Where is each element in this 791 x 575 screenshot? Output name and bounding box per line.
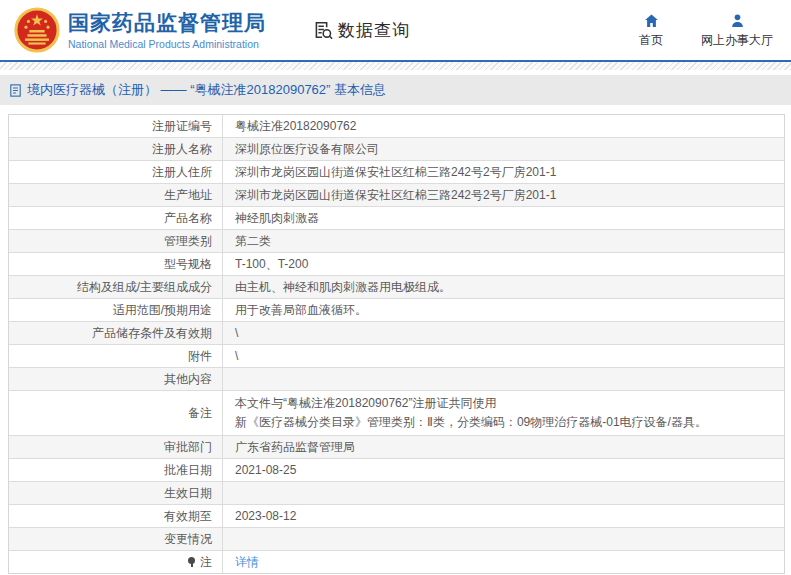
row-label: 批准日期 xyxy=(9,459,223,481)
row-value: 深圳原位医疗设备有限公司 xyxy=(223,138,784,160)
table-row: 注册人住所深圳市龙岗区园山街道保安社区红棉三路242号2号厂房201-1 xyxy=(9,160,784,183)
table-row: 生效日期 xyxy=(9,481,784,504)
row-label: 生产地址 xyxy=(9,184,223,206)
row-value: 粤械注准20182090762 xyxy=(223,115,784,137)
row-value: \ xyxy=(223,345,784,367)
row-value: 2021-08-25 xyxy=(223,459,784,481)
row-label: 注册人住所 xyxy=(9,161,223,183)
page-title: 境内医疗器械（注册） —— “粤械注准20182090762” 基本信息 xyxy=(27,81,386,99)
table-row: 变更情况 xyxy=(9,527,784,550)
table-row: 注册证编号粤械注准20182090762 xyxy=(9,115,784,137)
table-row: 型号规格T-100、T-200 xyxy=(9,252,784,275)
table-row: 产品储存条件及有效期\ xyxy=(9,321,784,344)
page-title-bar: 境内医疗器械（注册） —— “粤械注准20182090762” 基本信息 xyxy=(0,75,791,105)
row-label: 附件 xyxy=(9,345,223,367)
site-header: 国家药品监督管理局 National Medical Products Admi… xyxy=(0,0,791,60)
row-label: 注 xyxy=(9,551,223,573)
site-title-cn: 国家药品监督管理局 xyxy=(68,11,266,35)
row-value: 神经肌肉刺激器 xyxy=(223,207,784,229)
row-label: 适用范围/预期用途 xyxy=(9,299,223,321)
row-value: 第二类 xyxy=(223,230,784,252)
row-label: 管理类别 xyxy=(9,230,223,252)
table-row: 产品名称神经肌肉刺激器 xyxy=(9,206,784,229)
site-title-en: National Medical Products Administration xyxy=(68,38,266,50)
site-logo[interactable]: 国家药品监督管理局 National Medical Products Admi… xyxy=(14,7,266,53)
row-label: 结构及组成/主要组成成分 xyxy=(9,276,223,298)
row-value xyxy=(223,368,784,390)
row-label: 变更情况 xyxy=(9,528,223,550)
info-table: 注册证编号粤械注准20182090762注册人名称深圳原位医疗设备有限公司注册人… xyxy=(8,114,785,574)
row-value xyxy=(223,482,784,504)
row-value: 本文件与“粤械注准20182090762”注册证共同使用新《医疗器械分类目录》管… xyxy=(223,391,784,435)
table-row: 备注本文件与“粤械注准20182090762”注册证共同使用新《医疗器械分类目录… xyxy=(9,390,784,435)
row-value: 2023-08-12 xyxy=(223,505,784,527)
table-row: 审批部门广东省药品监督管理局 xyxy=(9,435,784,458)
person-icon xyxy=(729,12,746,29)
row-value: 深圳市龙岗区园山街道保安社区红棉三路242号2号厂房201-1 xyxy=(223,161,784,183)
row-label: 产品储存条件及有效期 xyxy=(9,322,223,344)
table-row: 批准日期2021-08-25 xyxy=(9,458,784,481)
nav-home-label: 首页 xyxy=(639,32,663,49)
logo-text: 国家药品监督管理局 National Medical Products Admi… xyxy=(68,11,266,50)
row-value: 广东省药品监督管理局 xyxy=(223,436,784,458)
data-query-icon xyxy=(312,19,334,41)
row-label: 其他内容 xyxy=(9,368,223,390)
row-value: \ xyxy=(223,322,784,344)
table-row: 注册人名称深圳原位医疗设备有限公司 xyxy=(9,137,784,160)
row-value xyxy=(223,528,784,550)
row-label: 备注 xyxy=(9,391,223,435)
table-row: 注详情 xyxy=(9,550,784,573)
row-value: 用于改善局部血液循环。 xyxy=(223,299,784,321)
hatch-strip xyxy=(0,62,791,70)
row-value: 深圳市龙岗区园山街道保安社区红棉三路242号2号厂房201-1 xyxy=(223,184,784,206)
national-emblem-icon xyxy=(14,7,60,53)
details-link[interactable]: 详情 xyxy=(235,554,772,570)
nav-online-hall[interactable]: 网上办事大厅 xyxy=(701,12,773,49)
table-row: 管理类别第二类 xyxy=(9,229,784,252)
row-label: 生效日期 xyxy=(9,482,223,504)
table-row: 结构及组成/主要组成成分由主机、神经和肌肉刺激器用电极组成。 xyxy=(9,275,784,298)
table-row: 适用范围/预期用途用于改善局部血液循环。 xyxy=(9,298,784,321)
table-row: 生产地址深圳市龙岗区园山街道保安社区红棉三路242号2号厂房201-1 xyxy=(9,183,784,206)
data-query-label: 数据查询 xyxy=(338,19,410,42)
row-label: 有效期至 xyxy=(9,505,223,527)
nav-online-hall-label: 网上办事大厅 xyxy=(701,32,773,49)
table-row: 附件\ xyxy=(9,344,784,367)
table-row: 有效期至2023-08-12 xyxy=(9,504,784,527)
row-value: 由主机、神经和肌肉刺激器用电极组成。 xyxy=(223,276,784,298)
data-query-section[interactable]: 数据查询 xyxy=(312,19,410,42)
row-label: 产品名称 xyxy=(9,207,223,229)
row-label: 注册人名称 xyxy=(9,138,223,160)
pin-icon xyxy=(188,557,196,568)
top-nav: 首页 网上办事大厅 xyxy=(639,12,773,49)
home-icon xyxy=(643,12,660,29)
row-value: 详情 xyxy=(223,551,784,573)
nav-home[interactable]: 首页 xyxy=(639,12,663,49)
row-value: T-100、T-200 xyxy=(223,253,784,275)
row-label: 注册证编号 xyxy=(9,115,223,137)
row-label: 型号规格 xyxy=(9,253,223,275)
row-label: 审批部门 xyxy=(9,436,223,458)
document-icon xyxy=(8,83,23,98)
table-row: 其他内容 xyxy=(9,367,784,390)
